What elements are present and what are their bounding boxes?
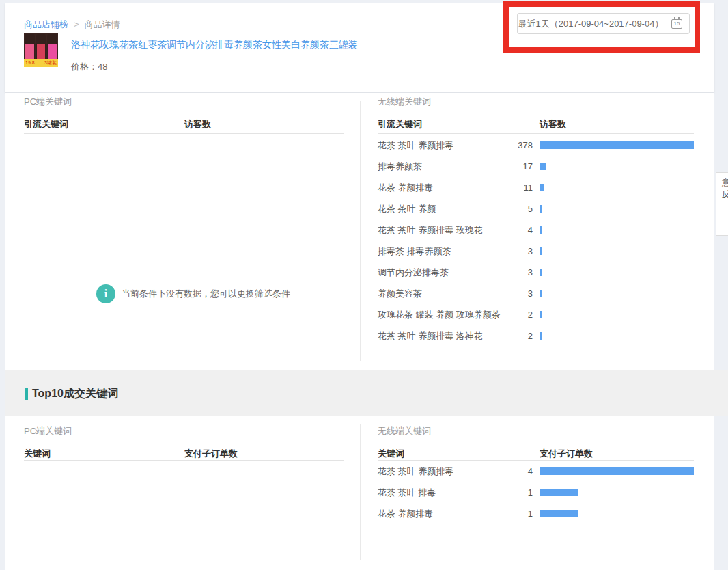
value-cell: 3 — [507, 267, 533, 277]
date-range-label: 最近1天（2017-09-04~2017-09-04） — [518, 14, 664, 33]
value-bar — [540, 510, 578, 517]
value-cell: 17 — [507, 161, 533, 172]
date-range-picker[interactable]: 最近1天（2017-09-04~2017-09-04） 15 — [517, 13, 690, 34]
section-title-text: Top10成交关键词 — [32, 387, 118, 401]
keyword-cell: 排毒养颜茶 — [378, 161, 507, 172]
product-title-link[interactable]: 洛神花玫瑰花茶红枣茶调节内分泌排毒养颜茶女性美白养颜茶三罐装 — [71, 39, 358, 51]
wireless-traffic-panel: 无线端关键词 引流关键词 访客数 花茶 茶叶 养颜排毒378排毒养颜茶17花茶 … — [378, 93, 700, 370]
breadcrumb-separator: > — [74, 19, 79, 29]
breadcrumb-current: 商品详情 — [85, 19, 120, 29]
product-thumbnail-bottles — [24, 33, 58, 59]
value-cell: 3 — [507, 246, 533, 256]
keyword-row: 玫瑰花茶 罐装 养颜 玫瑰养颜茶2 — [378, 304, 694, 325]
product-price: 价格：48 — [71, 61, 107, 73]
keyword-cell: 花茶 养颜排毒 — [378, 508, 507, 519]
table-header: 关键词 支付子订单数 — [378, 448, 700, 460]
header-underline — [24, 133, 344, 134]
pc-traffic-panel: PC端关键词 引流关键词 访客数 i 当前条件下没有数据，您可以更换筛选条件 — [24, 93, 346, 370]
value-cell: 2 — [507, 331, 533, 341]
col-keyword-header: 引流关键词 — [24, 119, 68, 129]
keyword-list: 花茶 茶叶 养颜排毒4花茶 茶叶 排毒1花茶 养颜排毒1 — [378, 461, 694, 524]
value-bar — [540, 489, 578, 496]
value-cell: 4 — [507, 466, 533, 476]
info-icon: i — [96, 284, 115, 303]
value-cell: 1 — [507, 487, 533, 498]
value-bar — [540, 290, 542, 297]
feedback-tab-label: 意见 反馈 — [716, 173, 728, 204]
pc-deal-panel: PC端关键词 关键词 支付子订单数 i 当前条件下没有数据，您可以更换筛选条件 — [24, 416, 346, 570]
section-band: Top10成交关键词 — [5, 370, 728, 416]
value-bar — [540, 269, 542, 276]
traffic-keywords-card: PC端关键词 引流关键词 访客数 i 当前条件下没有数据，您可以更换筛选条件 无… — [5, 93, 714, 370]
section-title: Top10成交关键词 — [25, 387, 118, 401]
keyword-cell: 花茶 茶叶 养颜排毒 洛神花 — [378, 331, 507, 342]
keyword-row: 花茶 茶叶 养颜排毒 洛神花2 — [378, 325, 694, 347]
keyword-cell: 花茶 茶叶 养颜排毒 玫瑰花 — [378, 225, 507, 236]
value-bar — [540, 163, 546, 170]
value-bar — [540, 226, 542, 234]
section-accent-bar — [25, 388, 28, 400]
value-bar — [540, 311, 542, 318]
product-thumbnail[interactable]: 19.83罐装 — [24, 33, 58, 67]
product-thumbnail-banner: 19.83罐装 — [24, 59, 58, 67]
panel-divider — [360, 424, 361, 560]
value-cell: 378 — [507, 140, 533, 150]
panel-title: 无线端关键词 — [378, 425, 431, 437]
calendar-button[interactable]: 15 — [664, 14, 689, 33]
empty-state: i 当前条件下没有数据，您可以更换筛选条件 — [96, 284, 290, 303]
keyword-cell: 花茶 茶叶 排毒 — [378, 487, 507, 498]
calendar-icon: 15 — [671, 19, 682, 29]
col-value-header: 访客数 — [540, 118, 566, 131]
col-keyword-header: 关键词 — [378, 448, 404, 459]
keyword-row: 排毒养颜茶17 — [378, 156, 694, 177]
breadcrumb: 商品店铺榜>商品详情 — [24, 18, 120, 31]
keyword-row: 花茶 茶叶 养颜排毒4 — [378, 461, 694, 482]
keyword-cell: 排毒茶 排毒养颜茶 — [378, 246, 507, 257]
col-value-header: 访客数 — [184, 118, 211, 131]
keyword-row: 花茶 茶叶 养颜5 — [378, 198, 694, 219]
keyword-cell: 养颜美容茶 — [378, 288, 507, 299]
value-cell: 11 — [507, 182, 533, 193]
value-bar — [540, 332, 542, 340]
keyword-cell: 花茶 茶叶 养颜排毒 — [378, 140, 507, 151]
value-bar — [540, 247, 542, 255]
col-value-header: 支付子订单数 — [184, 448, 238, 460]
keyword-list: 花茶 茶叶 养颜排毒378排毒养颜茶17花茶 养颜排毒11花茶 茶叶 养颜5花茶… — [378, 135, 694, 347]
panel-title: PC端关键词 — [24, 425, 72, 437]
table-header: 引流关键词 访客数 — [378, 118, 700, 131]
value-bar — [540, 205, 542, 213]
keyword-row: 养颜美容茶3 — [378, 283, 694, 304]
keyword-cell: 玫瑰花茶 罐装 养颜 玫瑰养颜茶 — [378, 310, 507, 321]
value-cell: 3 — [507, 288, 533, 299]
keyword-row: 花茶 养颜排毒1 — [378, 503, 694, 524]
keyword-cell: 花茶 茶叶 养颜排毒 — [378, 466, 507, 477]
table-header: 关键词 支付子订单数 — [24, 448, 346, 460]
col-keyword-header: 引流关键词 — [378, 119, 422, 129]
header-underline — [378, 133, 694, 134]
page: 商品店铺榜>商品详情 19.83罐装 洛神花玫瑰花茶红枣茶调节内分泌排毒养颜茶女… — [0, 0, 728, 570]
panel-divider — [360, 101, 361, 361]
keyword-cell: 花茶 茶叶 养颜 — [378, 204, 507, 215]
keyword-row: 花茶 养颜排毒11 — [378, 177, 694, 198]
deal-keywords-card: PC端关键词 关键词 支付子订单数 i 当前条件下没有数据，您可以更换筛选条件 … — [5, 416, 714, 570]
feedback-tab[interactable]: 意见 反馈 — [716, 172, 728, 236]
empty-message: 当前条件下没有数据，您可以更换筛选条件 — [122, 288, 290, 300]
keyword-row: 花茶 茶叶 养颜排毒378 — [378, 135, 694, 156]
col-keyword-header: 关键词 — [24, 448, 51, 459]
breadcrumb-root-link[interactable]: 商品店铺榜 — [24, 19, 68, 29]
keyword-row: 调节内分泌排毒茶3 — [378, 262, 694, 283]
feedback-tab-extra — [716, 204, 728, 235]
value-cell: 4 — [507, 225, 533, 235]
keyword-row: 花茶 茶叶 排毒1 — [378, 482, 694, 503]
wireless-deal-panel: 无线端关键词 关键词 支付子订单数 花茶 茶叶 养颜排毒4花茶 茶叶 排毒1花茶… — [378, 416, 700, 570]
keyword-row: 排毒茶 排毒养颜茶3 — [378, 241, 694, 262]
value-cell: 2 — [507, 310, 533, 320]
panel-title: 无线端关键词 — [378, 96, 431, 108]
value-bar — [540, 467, 694, 475]
keyword-row: 花茶 茶叶 养颜排毒 玫瑰花4 — [378, 219, 694, 241]
value-cell: 1 — [507, 508, 533, 519]
col-value-header: 支付子订单数 — [540, 448, 593, 460]
value-bar — [540, 184, 544, 191]
header-underline — [24, 460, 344, 461]
panel-title: PC端关键词 — [24, 96, 72, 108]
